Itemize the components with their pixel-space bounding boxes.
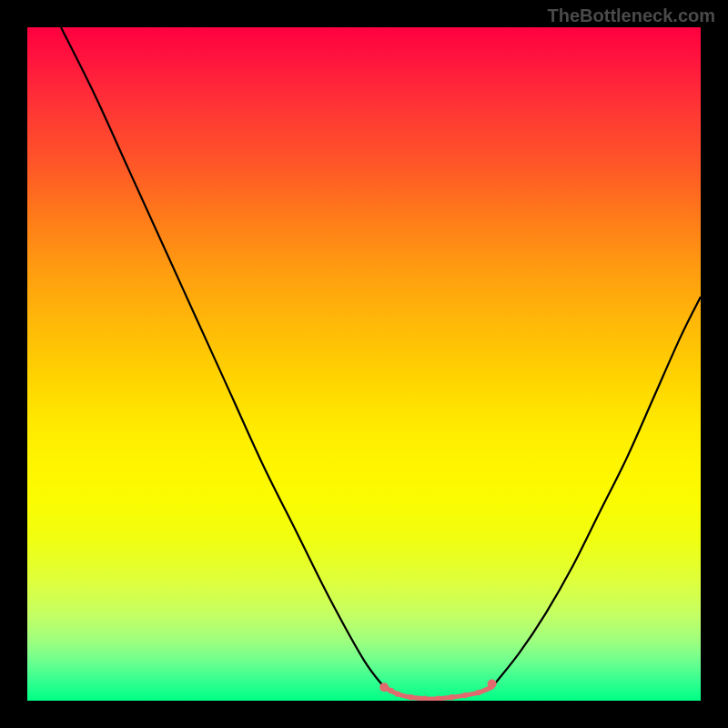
marker-dot — [395, 691, 400, 696]
curve-layer — [27, 27, 701, 701]
right-branch-curve — [492, 297, 701, 687]
watermark-text: TheBottleneck.com — [548, 5, 715, 26]
marker-dot — [488, 680, 497, 689]
flat-segment-markers — [379, 680, 496, 702]
plot-area — [27, 27, 701, 701]
marker-dot — [476, 690, 481, 695]
marker-dot — [462, 693, 468, 698]
marker-dot — [409, 694, 414, 700]
left-branch-curve — [61, 27, 384, 687]
marker-dot — [379, 682, 389, 692]
marker-dot — [388, 688, 393, 693]
marker-dot — [449, 694, 454, 700]
